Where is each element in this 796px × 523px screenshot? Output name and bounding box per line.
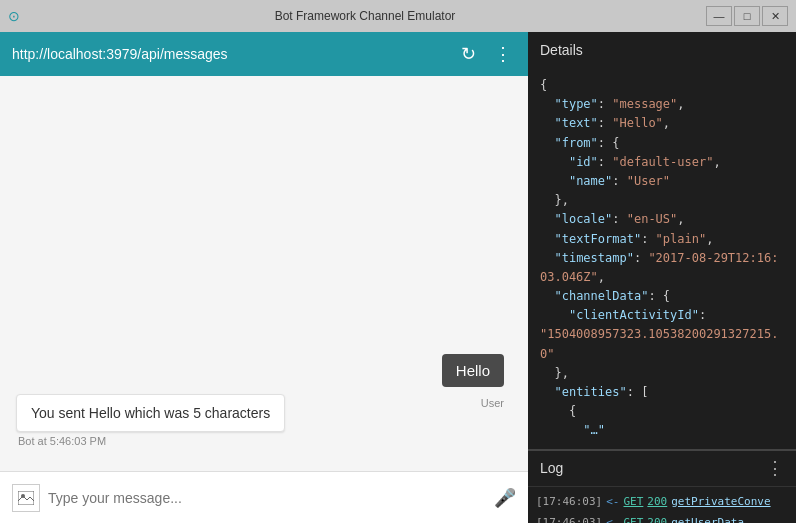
json-line-13: "1504008957323.10538200291327215.0" [540,325,784,363]
minimize-button[interactable]: — [706,6,732,26]
chat-input-area: 🎤 [0,471,528,523]
json-line-8: "locale": "en-US", [540,210,784,229]
image-upload-button[interactable] [12,484,40,512]
log-endpoint[interactable]: getUserData [671,514,744,523]
maximize-button[interactable]: □ [734,6,760,26]
log-endpoint[interactable]: getPrivateConve [671,493,770,511]
json-line-3: "text": "Hello", [540,114,784,133]
json-line-16: { [540,402,784,421]
chat-pane: http://localhost:3979/api/messages ↻ ⋮ H… [0,32,528,523]
app-body: http://localhost:3979/api/messages ↻ ⋮ H… [0,32,796,523]
log-header: Log ⋮ [528,451,796,487]
details-panel: Details { "type": "message", "text": "He… [528,32,796,451]
json-line-15: "entities": [ [540,383,784,402]
json-line-12: "clientActivityId": [540,306,784,325]
json-line-10: "timestamp": "2017-08-29T12:16:03.046Z", [540,249,784,287]
json-line-17: "…" [540,421,784,440]
bot-message-label: Bot at 5:46:03 PM [16,435,285,447]
microphone-icon[interactable]: 🎤 [494,487,516,509]
json-line-11: "channelData": { [540,287,784,306]
user-message-label: User [481,397,504,409]
log-title: Log [540,460,563,476]
log-panel: Log ⋮ [17:46:03] <- GET 200 getPrivateCo… [528,451,796,523]
log-time: [17:46:03] [536,514,602,523]
title-bar-left: ⊙ [8,8,24,24]
details-content: { "type": "message", "text": "Hello", "f… [528,68,796,449]
refresh-button[interactable]: ↻ [457,41,480,67]
app-icon: ⊙ [8,8,24,24]
json-line-7: }, [540,191,784,210]
user-bubble-text: Hello [442,354,504,387]
user-message-bubble: Hello [442,354,504,387]
log-menu-icon[interactable]: ⋮ [766,457,784,479]
log-arrow: <- [606,514,619,523]
chat-messages: Hello User You sent Hello which was 5 ch… [0,76,528,471]
details-header: Details [528,32,796,68]
address-menu-button[interactable]: ⋮ [490,41,516,67]
json-line-6: "name": "User" [540,172,784,191]
json-line-1: { [540,76,784,95]
message-input[interactable] [48,490,486,506]
close-button[interactable]: ✕ [762,6,788,26]
log-status[interactable]: 200 [647,514,667,523]
log-method[interactable]: GET [623,514,643,523]
log-method[interactable]: GET [623,493,643,511]
json-line-4: "from": { [540,134,784,153]
right-pane: Details { "type": "message", "text": "He… [528,32,796,523]
json-line-14: }, [540,364,784,383]
json-line-9: "textFormat": "plain", [540,230,784,249]
title-bar-title: Bot Framework Channel Emulator [24,9,706,23]
bot-message-bubble: You sent Hello which was 5 characters Bo… [16,394,285,447]
log-status[interactable]: 200 [647,493,667,511]
bot-bubble-text: You sent Hello which was 5 characters [16,394,285,432]
json-line-5: "id": "default-user", [540,153,784,172]
log-arrow: <- [606,493,619,511]
log-content: [17:46:03] <- GET 200 getPrivateConve [1… [528,487,796,523]
log-time: [17:46:03] [536,493,602,511]
title-bar-controls: — □ ✕ [706,6,788,26]
log-entry: [17:46:03] <- GET 200 getPrivateConve [528,491,796,513]
address-url: http://localhost:3979/api/messages [12,46,447,62]
log-entry: [17:46:03] <- GET 200 getUserData [528,512,796,523]
title-bar: ⊙ Bot Framework Channel Emulator — □ ✕ [0,0,796,32]
address-bar: http://localhost:3979/api/messages ↻ ⋮ [0,32,528,76]
details-title: Details [540,42,583,58]
json-line-2: "type": "message", [540,95,784,114]
